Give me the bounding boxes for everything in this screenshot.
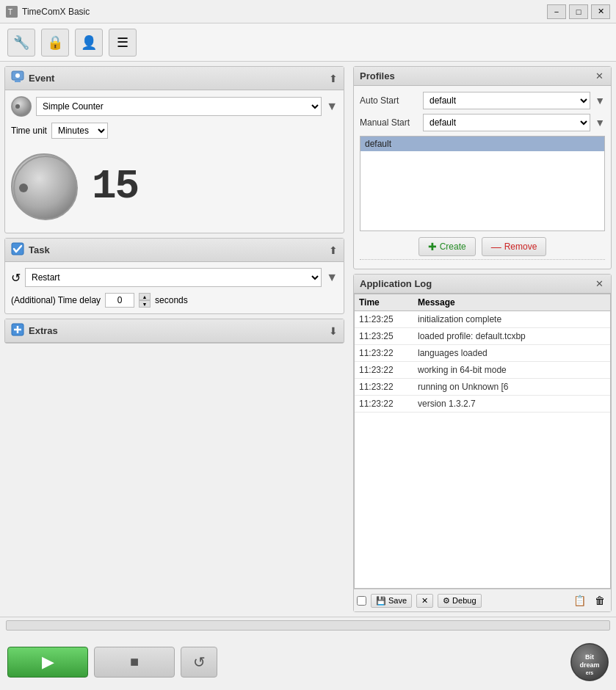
remove-profile-btn[interactable]: — Remove — [482, 237, 547, 256]
spinner-buttons: ▲ ▼ — [139, 293, 151, 308]
svg-point-6 — [15, 104, 20, 109]
profiles-content: Auto Start default ▼ Manual Start defaul… — [354, 86, 611, 269]
profile-list-item-default[interactable]: default — [360, 137, 604, 151]
log-time: 11:23:22 — [355, 379, 413, 396]
wrench-button[interactable]: 🔧 — [7, 29, 35, 57]
time-unit-select[interactable]: Minutes Seconds Hours — [51, 123, 108, 139]
log-save-btn[interactable]: 💾 Save — [371, 594, 412, 608]
svg-text:ers: ers — [586, 670, 594, 675]
profiles-close-btn[interactable]: ✕ — [594, 70, 605, 81]
debug-label: Debug — [452, 596, 476, 605]
save-disk-icon: 💾 — [376, 596, 386, 606]
log-time: 11:23:25 — [355, 311, 413, 328]
profiles-separator — [360, 259, 605, 260]
log-message: loaded profile: default.tcxbp — [413, 328, 610, 345]
profiles-title: Profiles — [360, 70, 395, 81]
svg-point-5 — [12, 97, 31, 116]
remove-label: Remove — [504, 242, 537, 252]
profiles-section: Profiles ✕ Auto Start default ▼ Manual S… — [353, 66, 612, 269]
auto-start-arrow[interactable]: ▼ — [595, 95, 605, 106]
log-copy-btn[interactable]: 📋 — [571, 592, 587, 609]
task-title: Task — [29, 244, 50, 255]
stop-icon: ■ — [130, 653, 139, 670]
time-unit-row: Time unit Minutes Seconds Hours — [11, 123, 338, 139]
save-label: Save — [388, 596, 407, 605]
counter-knob[interactable] — [11, 153, 77, 219]
task-type-select[interactable]: Restart Shutdown Lock — [25, 268, 322, 287]
repeat-button[interactable]: ↺ — [181, 647, 217, 678]
applog-content: Time Message 11:23:25initialization comp… — [354, 294, 611, 611]
seconds-label: seconds — [155, 295, 188, 305]
minimize-button[interactable]: − — [547, 4, 566, 19]
time-delay-input[interactable]: 0 — [105, 293, 134, 308]
log-row: 11:23:22working in 64-bit mode — [355, 362, 610, 379]
stop-button[interactable]: ■ — [94, 647, 175, 678]
extras-header: Extras ⬇ — [5, 319, 344, 343]
app-icon: T — [6, 6, 18, 18]
log-debug-btn[interactable]: ⚙ Debug — [438, 594, 481, 608]
log-row: 11:23:25initialization complete — [355, 311, 610, 328]
event-type-row: Simple Counter Timer Scheduler ▼ — [11, 96, 338, 117]
play-button[interactable]: ▶ — [7, 647, 88, 678]
log-time: 11:23:25 — [355, 328, 413, 345]
manual-start-arrow[interactable]: ▼ — [595, 117, 605, 128]
log-clear-btn[interactable]: 🗑 — [592, 592, 608, 609]
lock-button[interactable]: 🔒 — [41, 29, 69, 57]
event-dropdown-arrow[interactable]: ▼ — [326, 100, 338, 113]
create-profile-btn[interactable]: ✚ Create — [418, 237, 476, 256]
debug-gear-icon: ⚙ — [443, 596, 450, 606]
log-time: 11:23:22 — [355, 396, 413, 413]
knob-area: 15 — [11, 146, 338, 227]
log-message: version 1.3.2.7 — [413, 396, 610, 413]
log-row: 11:23:22languages loaded — [355, 345, 610, 362]
counter-icon — [11, 96, 32, 117]
applog-section: Application Log ✕ Time Message 11:23 — [353, 274, 612, 612]
profile-actions: ✚ Create — Remove — [360, 237, 605, 256]
log-footer: 💾 Save ✕ ⚙ Debug 📋 🗑 — [354, 589, 611, 611]
spinner-up-btn[interactable]: ▲ — [139, 293, 151, 300]
app-title: TimeComX Basic — [22, 7, 547, 17]
list-button[interactable]: ☰ — [109, 29, 137, 57]
create-label: Create — [440, 242, 466, 252]
log-message: initialization complete — [413, 311, 610, 328]
user-button[interactable]: 👤 — [75, 29, 103, 57]
svg-point-3 — [15, 73, 20, 78]
brand-circle: Bit dream ers — [570, 643, 609, 681]
extras-collapse-btn[interactable]: ⬇ — [329, 325, 338, 337]
extras-title: Extras — [29, 325, 58, 336]
log-table-container[interactable]: Time Message 11:23:25initialization comp… — [354, 294, 611, 589]
time-delay-row: (Additional) Time delay 0 ▲ ▼ seconds — [11, 293, 338, 308]
log-x-btn[interactable]: ✕ — [416, 594, 433, 608]
svg-point-8 — [19, 184, 28, 192]
toolbar: 🔧 🔒 👤 ☰ — [0, 23, 616, 62]
event-collapse-btn[interactable]: ⬆ — [329, 73, 338, 84]
col-message: Message — [413, 294, 610, 311]
task-dropdown-arrow[interactable]: ▼ — [326, 271, 338, 284]
task-content: ↺ Restart Shutdown Lock ▼ (Additional) T… — [5, 262, 344, 313]
profiles-header: Profiles ✕ — [354, 67, 611, 86]
log-message: working in 64-bit mode — [413, 362, 610, 379]
maximize-button[interactable]: □ — [569, 4, 588, 19]
task-header: Task ⬆ — [5, 239, 344, 262]
brand-logo: Bit dream ers — [570, 643, 609, 681]
profile-list: default — [360, 136, 605, 231]
svg-text:Bit: Bit — [585, 653, 594, 661]
manual-start-select[interactable]: default — [423, 114, 590, 131]
event-icon — [11, 70, 24, 86]
close-button[interactable]: ✕ — [591, 4, 610, 19]
bottom-area: ▶ ■ ↺ Bit dream — [0, 617, 616, 690]
log-save-checkbox[interactable] — [357, 596, 366, 606]
event-type-select[interactable]: Simple Counter Timer Scheduler — [36, 97, 322, 116]
svg-text:T: T — [8, 8, 12, 16]
applog-header: Application Log ✕ — [354, 275, 611, 294]
window-controls: − □ ✕ — [547, 4, 610, 19]
task-collapse-btn[interactable]: ⬆ — [329, 244, 338, 256]
spinner-down-btn[interactable]: ▼ — [139, 300, 151, 308]
applog-close-btn[interactable]: ✕ — [594, 278, 605, 289]
task-section: Task ⬆ ↺ Restart Shutdown Lock ▼ (Additi… — [4, 238, 344, 314]
log-message: running on Unknown [6 — [413, 379, 610, 396]
auto-start-select[interactable]: default — [423, 92, 590, 109]
log-time: 11:23:22 — [355, 362, 413, 379]
manual-start-row: Manual Start default ▼ — [360, 114, 605, 131]
title-bar: T TimeComX Basic − □ ✕ — [0, 0, 616, 23]
